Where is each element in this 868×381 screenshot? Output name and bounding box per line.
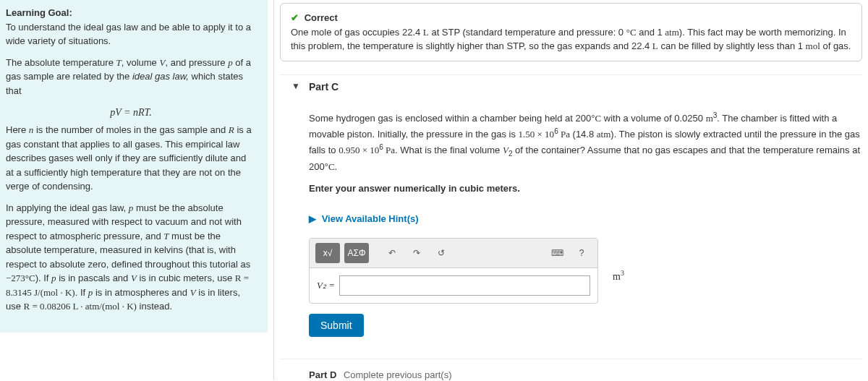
toolbar-undo-button[interactable]: ↶	[382, 243, 402, 263]
answer-box: x√ ΑΣΦ ↶ ↷ ↺ ⌨ ? V₂ =	[309, 238, 598, 304]
intro-paragraph-1: The absolute temperature T, volume V, an…	[6, 56, 256, 98]
answer-unit: m3	[613, 267, 624, 284]
ideal-gas-equation: pV = nRT.	[6, 105, 256, 120]
check-icon: ✔	[291, 12, 299, 23]
part-d-label: Part D	[309, 369, 336, 380]
question-panel: ✔ Correct One mole of gas occupies 22.4 …	[273, 0, 868, 380]
feedback-correct: ✔ Correct One mole of gas occupies 22.4 …	[280, 3, 862, 61]
equation-toolbar: x√ ΑΣΦ ↶ ↷ ↺ ⌨ ?	[310, 239, 597, 268]
toolbar-greek-button[interactable]: ΑΣΦ	[344, 243, 369, 263]
toolbar-help-button[interactable]: ?	[571, 243, 592, 263]
feedback-body: One mole of gas occupies 22.4 L at STP (…	[291, 27, 851, 52]
feedback-title: Correct	[305, 12, 338, 23]
part-c-header[interactable]: ▼ Part C	[280, 74, 862, 106]
part-c-label: Part C	[309, 81, 339, 93]
view-hints-link[interactable]: ▶ View Available Hint(s)	[309, 212, 419, 226]
learning-goal-panel: Learning Goal: To understand the ideal g…	[0, 0, 268, 333]
answer-input[interactable]	[339, 275, 590, 296]
part-d-header: Part D Complete previous part(s)	[280, 359, 862, 380]
question-text: Some hydrogen gas is enclosed within a c…	[309, 110, 862, 175]
caret-right-icon: ▶	[309, 213, 316, 224]
toolbar-templates-button[interactable]: x√	[315, 243, 340, 263]
part-d-status: Complete previous part(s)	[344, 369, 452, 380]
answer-instruction: Enter your answer numerically in cubic m…	[309, 181, 862, 196]
caret-down-icon: ▼	[292, 81, 300, 91]
part-c-body: Some hydrogen gas is enclosed within a c…	[280, 110, 862, 338]
toolbar-reset-button[interactable]: ↺	[431, 243, 451, 263]
submit-button[interactable]: Submit	[309, 314, 364, 337]
learning-goal-heading: Learning Goal:	[6, 7, 72, 18]
toolbar-keyboard-button[interactable]: ⌨	[547, 243, 567, 263]
intro-paragraph-3: In applying the ideal gas law, p must be…	[6, 201, 256, 314]
toolbar-redo-button[interactable]: ↷	[407, 243, 427, 263]
intro-paragraph-2: Here n is the number of moles in the gas…	[6, 123, 256, 194]
learning-goal-text: To understand the ideal gas law and be a…	[6, 22, 251, 47]
answer-variable-label: V₂ =	[317, 278, 335, 293]
